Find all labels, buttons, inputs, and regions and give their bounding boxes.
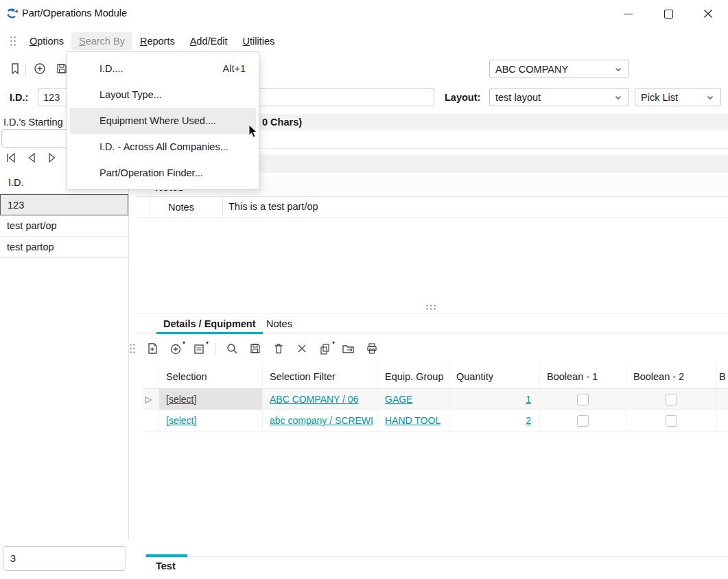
boolean-2-checkbox[interactable] bbox=[666, 394, 677, 405]
nav-prev-icon bbox=[24, 150, 39, 165]
row-selector-cell[interactable] bbox=[143, 410, 159, 431]
grid-header-equip-group[interactable]: Equip. Group bbox=[378, 364, 449, 388]
maximize-button[interactable] bbox=[648, 0, 688, 27]
bookmark-icon bbox=[8, 62, 22, 75]
copy-dropdown-button[interactable]: ▾ bbox=[318, 342, 332, 356]
list-item[interactable]: test part/op bbox=[0, 215, 128, 237]
plus-circle-icon bbox=[33, 62, 47, 75]
company-select[interactable]: ABC COMPANY bbox=[489, 60, 629, 78]
splitter-handle[interactable] bbox=[425, 304, 436, 311]
row-selector-cell[interactable]: ▷ bbox=[143, 389, 159, 410]
row-expand-icon[interactable]: ▷ bbox=[145, 394, 152, 404]
list-item[interactable]: test partop bbox=[0, 237, 128, 258]
list-item[interactable]: 123 bbox=[0, 194, 128, 215]
grid-header-quantity[interactable]: Quantity bbox=[449, 364, 540, 388]
company-select-value: ABC COMPANY bbox=[495, 64, 613, 75]
boolean-2-cell bbox=[626, 389, 717, 410]
print-button[interactable] bbox=[364, 342, 379, 356]
notes-field-value[interactable]: This is a test part/op bbox=[228, 201, 318, 212]
boolean-2-checkbox[interactable] bbox=[666, 415, 677, 427]
boolean-1-checkbox[interactable] bbox=[577, 415, 589, 427]
tab-notes-label: Notes bbox=[266, 318, 292, 329]
id-list-panel: I.D. 123 test part/op test partop bbox=[0, 172, 129, 539]
notes-field-label: Notes bbox=[150, 197, 223, 218]
caret-down-icon: ▾ bbox=[332, 340, 335, 346]
export-folder-icon bbox=[341, 342, 355, 356]
export-button[interactable] bbox=[341, 342, 355, 356]
record-count-input[interactable] bbox=[3, 546, 126, 571]
picklist-select-value: Pick List bbox=[641, 92, 705, 103]
menu-bar: Options Search By Reports Add/Edit Utili… bbox=[0, 30, 728, 52]
layout-select[interactable]: test layout bbox=[489, 88, 629, 106]
grid-header-selector bbox=[143, 364, 159, 388]
quantity-link[interactable]: 1 bbox=[526, 394, 531, 405]
select-link[interactable]: [select] bbox=[166, 394, 196, 405]
search-by-dropdown-menu: I.D.... Alt+1 Layout Type... Equipment W… bbox=[67, 51, 259, 190]
id-label: I.D.: bbox=[10, 92, 28, 103]
quantity-link[interactable]: 2 bbox=[526, 415, 531, 426]
equip-group-link[interactable]: HAND TOOL bbox=[385, 415, 441, 426]
menu-item-layout-type[interactable]: Layout Type... bbox=[70, 82, 256, 108]
equip-group-link[interactable]: GAGE bbox=[385, 394, 412, 405]
tab-details-equipment[interactable]: Details / Equipment bbox=[156, 314, 263, 333]
window-controls bbox=[609, 0, 728, 27]
bottom-tab-strip-border bbox=[143, 556, 728, 557]
x-icon bbox=[296, 342, 308, 355]
nav-first-button[interactable] bbox=[3, 150, 19, 166]
picklist-select[interactable]: Pick List bbox=[635, 88, 721, 106]
add-dropdown-button[interactable]: ▾ bbox=[168, 342, 183, 356]
grid-row: [select] abc company / SCREWI HAND TOOL … bbox=[143, 410, 728, 432]
maximize-icon bbox=[664, 10, 673, 19]
starting-input[interactable] bbox=[1, 129, 70, 147]
boolean-1-cell bbox=[540, 410, 626, 431]
menu-utilities[interactable]: Utilities bbox=[235, 32, 283, 50]
boolean-1-checkbox[interactable] bbox=[577, 394, 589, 405]
truncated-cell bbox=[717, 410, 727, 431]
bookmark-button[interactable] bbox=[8, 62, 22, 75]
menu-item-id[interactable]: I.D.... Alt+1 bbox=[70, 56, 256, 82]
close-button[interactable] bbox=[688, 0, 728, 27]
minimize-button[interactable] bbox=[609, 0, 648, 27]
save-row-button[interactable] bbox=[248, 342, 262, 356]
splitter-grip-icon bbox=[425, 304, 436, 311]
chevron-down-icon bbox=[705, 93, 715, 102]
delete-row-button[interactable] bbox=[271, 342, 285, 356]
menu-reports[interactable]: Reports bbox=[132, 32, 183, 50]
boolean-1-cell bbox=[540, 389, 626, 410]
menu-options-label: Options bbox=[30, 36, 64, 47]
bottom-tab-test[interactable]: Test bbox=[156, 560, 176, 571]
bottom-tab-active-indicator bbox=[146, 554, 187, 557]
menu-item-id-label: I.D.... bbox=[99, 63, 124, 74]
grid-header-boolean-2[interactable]: Boolean - 2 bbox=[626, 364, 717, 388]
grid-header-selection-filter[interactable]: Selection Filter bbox=[263, 364, 378, 388]
minimize-icon bbox=[624, 14, 633, 14]
selection-filter-link[interactable]: ABC COMPANY / 06 bbox=[270, 394, 358, 405]
add-row-button[interactable] bbox=[145, 342, 159, 356]
selection-filter-link[interactable]: abc company / SCREWI bbox=[270, 415, 373, 426]
menu-item-id-across-all-companies[interactable]: I.D. - Across All Companies... bbox=[70, 134, 256, 160]
add-button[interactable] bbox=[33, 62, 47, 75]
menu-item-part-operation-finder[interactable]: Part/Operation Finder... bbox=[70, 160, 256, 186]
nav-next-button[interactable] bbox=[44, 150, 60, 166]
menu-options[interactable]: Options bbox=[22, 32, 71, 50]
window-title: Part/Operations Module bbox=[22, 8, 127, 19]
boolean-2-cell bbox=[626, 410, 717, 431]
grid-header-boolean-1[interactable]: Boolean - 1 bbox=[540, 364, 626, 388]
menu-item-equipment-where-used[interactable]: Equipment Where Used.... bbox=[70, 108, 256, 134]
tab-notes[interactable]: Notes bbox=[259, 314, 299, 333]
form-view-dropdown-button[interactable]: ▾ bbox=[191, 342, 206, 356]
notes-field-row: Notes This is a test part/op bbox=[136, 197, 728, 218]
search-button[interactable] bbox=[224, 342, 239, 356]
select-link[interactable]: [select] bbox=[166, 415, 196, 426]
nav-prev-button[interactable] bbox=[23, 150, 40, 166]
grid-header-selection[interactable]: Selection bbox=[159, 364, 263, 388]
menubar-grip-icon[interactable] bbox=[10, 36, 16, 47]
grid-header-truncated[interactable]: B bbox=[717, 364, 727, 388]
menu-search-by[interactable]: Search By bbox=[71, 32, 132, 50]
grid-toolbar-grip-icon[interactable] bbox=[129, 343, 136, 354]
printer-icon bbox=[365, 342, 379, 355]
menu-add-edit[interactable]: Add/Edit bbox=[183, 32, 235, 50]
chevron-down-icon bbox=[613, 93, 623, 102]
plus-circle-icon bbox=[169, 342, 183, 355]
cancel-button[interactable] bbox=[294, 342, 309, 356]
